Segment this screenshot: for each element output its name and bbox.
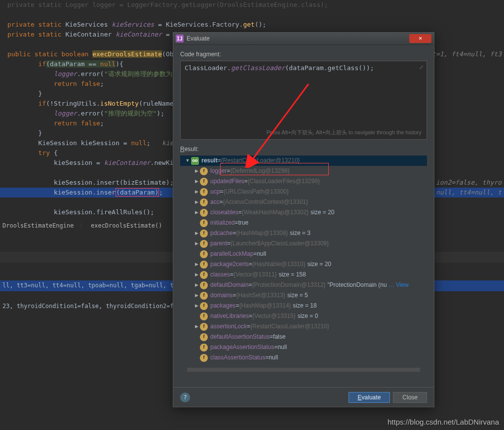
field-icon: f: [200, 178, 208, 186]
field-icon: f: [200, 167, 208, 175]
code-line: private static Logger logger = LoggerFac…: [0, 0, 504, 10]
expand-arrow-icon[interactable]: ▶: [193, 238, 200, 249]
field-value: {HashMap@13314}: [239, 301, 291, 311]
field-icon: f: [200, 198, 208, 206]
tree-row[interactable]: ▶fparent = {Launcher$AppClassLoader@1330…: [180, 238, 427, 249]
close-icon[interactable]: [409, 34, 431, 43]
expand-arrow-icon[interactable]: ▶: [193, 280, 200, 290]
result-tree[interactable]: ▼ooresult = {RestartClassLoader@13210}▶f…: [180, 156, 427, 367]
field-icon: f: [200, 219, 208, 227]
equals: =: [230, 270, 233, 280]
expand-arrow-icon[interactable]: ▶: [193, 290, 200, 301]
tree-row[interactable]: ▶fassertionLock = {RestartClassLoader@13…: [180, 321, 427, 332]
expand-arrow-icon[interactable]: ▶: [193, 187, 200, 197]
field-value: null: [269, 352, 278, 363]
tree-row[interactable]: ▶fdomains = {HashSet@13313} size = 5: [180, 290, 427, 301]
field-name: updatedFiles: [210, 176, 244, 187]
equals: =: [249, 311, 252, 321]
expand-arrow-icon[interactable]: ▶: [193, 259, 200, 270]
field-value: {RestartClassLoader@13210}: [250, 321, 329, 332]
equals: =: [253, 249, 257, 259]
expand-arrow-icon[interactable]: ▶: [193, 166, 200, 176]
close-button[interactable]: Close: [393, 392, 427, 403]
field-icon: f: [200, 354, 208, 362]
tree-row[interactable]: ▶fdefaultAssertionStatus = false: [180, 332, 427, 342]
red-highlight-box: [220, 163, 329, 175]
breadcrumb-item[interactable]: execDroolsEstimate(): [91, 222, 162, 229]
expand-arrow-icon[interactable]: ▶: [193, 301, 200, 311]
evaluate-dialog: IJ Evaluate Code fragment: ClassLoader.g…: [173, 32, 434, 407]
tree-row[interactable]: ▶fpdcache = {HashMap@13308} size = 3: [180, 228, 427, 238]
field-value: {Launcher$AppClassLoader@13309}: [231, 238, 329, 249]
code-line: [0, 10, 504, 20]
field-icon: f: [200, 209, 208, 217]
expand-arrow-icon[interactable]: ▶: [193, 270, 200, 280]
field-value: {AccessControlContext@13301}: [223, 197, 308, 207]
dialog-titlebar[interactable]: IJ Evaluate: [173, 33, 434, 45]
field-value: {Vector@13311}: [233, 270, 277, 280]
field-extra: size = 20: [308, 259, 331, 270]
tree-row[interactable]: ▶fnativeLibraries = {Vector@13315} size …: [180, 311, 427, 321]
field-value: null: [257, 249, 266, 259]
equals: =: [249, 259, 252, 270]
code-line: private static KieServices kieServices =…: [0, 20, 504, 30]
app-icon: IJ: [176, 35, 184, 42]
expand-arrow-icon[interactable]: ▶: [193, 197, 200, 207]
result-label: RResult:esult:: [180, 146, 427, 153]
evaluate-button[interactable]: Evaluate: [349, 392, 390, 403]
tree-row[interactable]: ▶fparallelLockMap = null: [180, 249, 427, 259]
expand-arrow-icon[interactable]: ▶: [193, 228, 200, 238]
expand-arrow-icon[interactable]: ▼: [184, 156, 191, 166]
field-icon: f: [200, 344, 208, 352]
field-extra: size = 5: [287, 290, 308, 301]
tree-row[interactable]: ▶fcloseables = {WeakHashMap@13302} size …: [180, 207, 427, 218]
tree-row[interactable]: ▶fucp = {URLClassPath@13300}: [180, 187, 427, 197]
field-icon: f: [200, 271, 208, 279]
view-link[interactable]: … View: [388, 280, 409, 290]
field-icon: f: [200, 292, 208, 300]
field-icon: f: [200, 250, 208, 258]
field-value: {Vector@13315}: [252, 311, 296, 321]
field-value: true: [238, 218, 248, 228]
tree-row[interactable]: ▶fpackage2certs = {Hashtable@13310} size…: [180, 259, 427, 270]
field-value: {ProtectionDomain@13312}: [252, 280, 325, 290]
field-icon: f: [200, 323, 208, 331]
tree-row[interactable]: ▶fpackageAssertionStatus = null: [180, 342, 427, 352]
expand-arrow-icon[interactable]: ▶: [193, 321, 200, 332]
tree-row[interactable]: ▶fdefaultDomain = {ProtectionDomain@1331…: [180, 280, 427, 290]
equals: =: [233, 228, 236, 238]
tree-row[interactable]: ▶fupdatedFiles = {ClassLoaderFiles@13299…: [180, 176, 427, 187]
field-name: pdcache: [210, 228, 233, 238]
equals: =: [238, 207, 242, 218]
breadcrumb[interactable]: DroolsEstimateEngine 〉 execDroolsEstimat…: [0, 220, 162, 232]
field-value: {HashMap@13308}: [236, 228, 288, 238]
breadcrumb-item[interactable]: DroolsEstimateEngine: [2, 222, 74, 229]
field-name: nativeLibraries: [210, 311, 249, 321]
field-extra: size = 0: [298, 311, 318, 321]
scrollbar[interactable]: [187, 368, 420, 372]
help-icon[interactable]: ?: [180, 392, 190, 402]
expand-arrow-icon[interactable]: ▶: [193, 207, 200, 218]
expand-icon[interactable]: ⤢: [419, 64, 424, 71]
field-icon: f: [200, 230, 208, 237]
tree-row[interactable]: ▶fclasses = {Vector@13311} size = 158: [180, 270, 427, 280]
field-value: {WeakHashMap@13302}: [242, 207, 309, 218]
equals: =: [248, 280, 252, 290]
tree-row[interactable]: ▶finitialized = true: [180, 218, 427, 228]
equals: =: [220, 197, 223, 207]
field-name: packageAssertionStatus: [210, 342, 274, 352]
equals: =: [220, 187, 223, 197]
tree-row[interactable]: ▶fpackages = {HashMap@13314} size = 18: [180, 301, 427, 311]
code-fragment-input[interactable]: ClassLoader.getClassLoader(dataParam.get…: [180, 61, 427, 140]
equals: =: [227, 238, 231, 249]
field-name: classAssertionStatus: [210, 352, 265, 363]
field-name: acc: [210, 197, 220, 207]
tree-row[interactable]: ▶facc = {AccessControlContext@13301}: [180, 197, 427, 207]
field-icon: f: [200, 261, 208, 269]
expand-arrow-icon[interactable]: ▶: [193, 176, 200, 187]
breadcrumb-sep: 〉: [79, 222, 85, 229]
field-icon: f: [200, 281, 208, 289]
object-icon: oo: [191, 157, 199, 165]
field-name: result: [201, 156, 218, 166]
tree-row[interactable]: ▶fclassAssertionStatus = null: [180, 352, 427, 363]
